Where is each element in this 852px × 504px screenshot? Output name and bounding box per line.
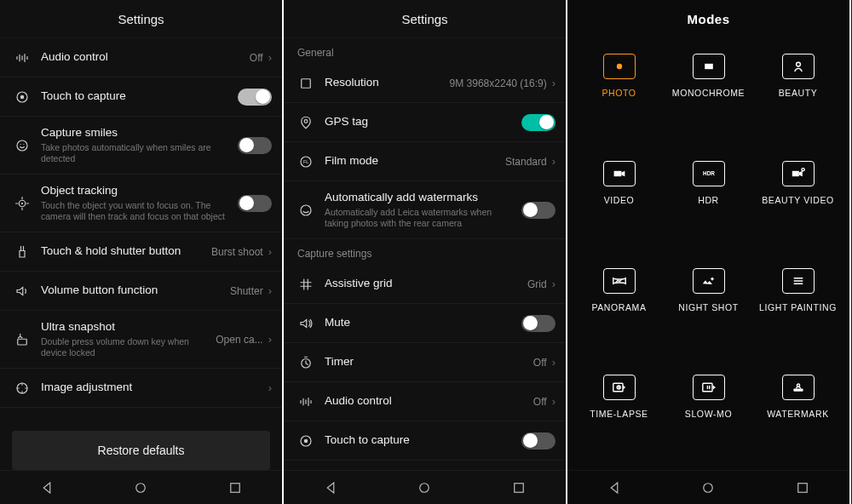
row-title: Touch & hold shutter button — [41, 244, 211, 259]
row-value: Off — [533, 396, 547, 408]
row-title: Object tracking — [41, 184, 238, 198]
nav-home-icon[interactable] — [700, 480, 716, 495]
chevron-right-icon: › — [268, 245, 272, 258]
setting-row-audio-control[interactable]: Audio controlOff› — [0, 38, 282, 77]
mode-light-painting[interactable]: LIGHT PAINTING — [755, 261, 841, 364]
nav-home-icon[interactable] — [417, 480, 432, 495]
mode-video[interactable]: VIDEO — [576, 154, 662, 256]
setting-row-volume-button-function[interactable]: Volume button functionShutter› — [0, 272, 282, 311]
setting-row-audio-control[interactable]: Audio controlOff› — [284, 382, 566, 421]
svg-rect-23 — [515, 483, 524, 492]
time-lapse-icon — [603, 375, 636, 400]
row-title: Assistive grid — [325, 277, 527, 291]
nav-recent-icon[interactable] — [227, 480, 243, 495]
row-value: Grid — [527, 278, 547, 290]
gps-icon — [294, 115, 318, 130]
setting-row-mute[interactable]: Mute — [284, 304, 566, 343]
setting-row-ultra-snapshot[interactable]: Ultra snapshotDouble press volume down k… — [0, 311, 282, 369]
mode-monochrome[interactable]: MONOCHROME — [665, 47, 751, 149]
smile-icon — [10, 138, 34, 153]
row-title: Volume button function — [41, 284, 230, 298]
film-icon: FL — [294, 154, 318, 169]
slow-mo-icon — [693, 375, 725, 400]
chevron-right-icon: › — [552, 356, 556, 369]
setting-row-film-mode[interactable]: FLFilm modeStandard› — [284, 142, 566, 181]
settings-panel-2: Settings General Resolution9M 3968x2240 … — [284, 0, 567, 504]
setting-row-capture-smiles[interactable]: Capture smiles — [284, 461, 566, 470]
mode-photo[interactable]: PHOTO — [576, 47, 662, 149]
setting-row-automatically-add-watermarks[interactable]: Automatically add watermarksAutomaticall… — [284, 181, 566, 239]
setting-row-touch-hold-shutter-button[interactable]: Touch & hold shutter buttonBurst shoot› — [0, 232, 282, 272]
section-capture: Capture settings — [284, 239, 566, 265]
setting-row-resolution[interactable]: Resolution9M 3968x2240 (16:9)› — [284, 64, 566, 103]
setting-row-capture-smiles[interactable]: Capture smilesTake photos automatically … — [0, 117, 282, 175]
nav-back-icon[interactable] — [607, 480, 622, 495]
adjust-icon — [10, 381, 34, 396]
toggle-switch[interactable] — [521, 202, 556, 219]
toggle-switch[interactable] — [521, 114, 556, 131]
toggle-switch[interactable] — [521, 315, 556, 332]
nav-recent-icon[interactable] — [795, 480, 810, 495]
mode-slow-mo[interactable]: SLOW-MO — [665, 368, 751, 470]
restore-defaults-button[interactable]: Restore defaults — [12, 431, 270, 470]
row-subtitle: Take photos automatically when smiles ar… — [41, 142, 228, 164]
chevron-right-icon: › — [268, 284, 272, 297]
mode-label: LIGHT PAINTING — [759, 302, 837, 312]
row-value: Shutter — [230, 285, 263, 297]
svg-rect-27 — [613, 171, 621, 176]
setting-row-image-adjustment[interactable]: Image adjustment› — [0, 369, 282, 408]
nav-back-icon[interactable] — [323, 480, 338, 495]
toggle-switch[interactable] — [238, 195, 272, 212]
row-title: Touch to capture — [325, 433, 521, 448]
setting-row-timer[interactable]: TimerOff› — [284, 343, 566, 382]
setting-row-gps-tag[interactable]: GPS tag — [284, 103, 566, 142]
audio-icon — [294, 394, 318, 410]
chevron-right-icon: › — [552, 278, 556, 290]
nav-back-icon[interactable] — [39, 480, 55, 495]
row-title: Mute — [325, 316, 521, 330]
setting-row-object-tracking[interactable]: Object trackingTouch the object you want… — [0, 175, 282, 232]
snapshot-icon — [10, 332, 34, 347]
volume-icon — [10, 284, 34, 299]
watermark-icon — [782, 375, 815, 400]
mode-label: TIME-LAPSE — [590, 409, 648, 419]
nav-home-icon[interactable] — [133, 480, 148, 495]
mode-label: BEAUTY VIDEO — [762, 195, 834, 205]
svg-rect-25 — [705, 64, 713, 69]
toggle-switch[interactable] — [238, 137, 272, 154]
audio-icon — [10, 50, 34, 66]
page-title: Settings — [284, 0, 566, 38]
hdr-icon: HDR — [693, 161, 725, 186]
svg-point-26 — [796, 62, 800, 66]
mode-beauty[interactable]: BEAUTY — [755, 47, 841, 149]
mode-label: HDR — [698, 195, 719, 205]
mode-panorama[interactable]: PANORAMA — [576, 261, 662, 364]
mode-night-shot[interactable]: NIGHT SHOT — [665, 261, 751, 364]
chevron-right-icon: › — [552, 395, 556, 408]
mode-label: PANORAMA — [591, 302, 646, 312]
row-title: Ultra snapshot — [41, 320, 216, 335]
mode-watermark[interactable]: WATERMARK — [755, 368, 841, 470]
settings-list-general: Resolution9M 3968x2240 (16:9)›GPS tagFLF… — [284, 64, 566, 239]
svg-rect-11 — [302, 78, 311, 88]
setting-row-touch-to-capture[interactable]: Touch to capture — [284, 421, 566, 461]
nav-recent-icon[interactable] — [511, 480, 527, 495]
setting-row-touch-to-capture[interactable]: Touch to capture — [0, 77, 282, 117]
toggle-switch[interactable] — [521, 432, 556, 450]
row-title: Timer — [325, 355, 533, 369]
monochrome-icon — [693, 54, 725, 79]
svg-text:FL: FL — [303, 159, 308, 164]
row-title: GPS tag — [325, 115, 521, 129]
row-title: Film mode — [325, 154, 505, 169]
svg-point-2 — [17, 140, 27, 151]
row-title: Image adjustment — [41, 381, 268, 395]
chevron-right-icon: › — [552, 155, 556, 168]
mode-beauty-video[interactable]: BEAUTY VIDEO — [755, 154, 841, 256]
row-value: 9M 3968x2240 (16:9) — [450, 77, 547, 89]
setting-row-assistive-grid[interactable]: Assistive gridGrid› — [284, 265, 566, 304]
section-general: General — [284, 38, 566, 64]
mode-hdr[interactable]: HDRHDR — [665, 154, 751, 256]
mode-time-lapse[interactable]: TIME-LAPSE — [576, 368, 662, 470]
toggle-switch[interactable] — [238, 89, 272, 106]
svg-rect-31 — [613, 383, 622, 392]
